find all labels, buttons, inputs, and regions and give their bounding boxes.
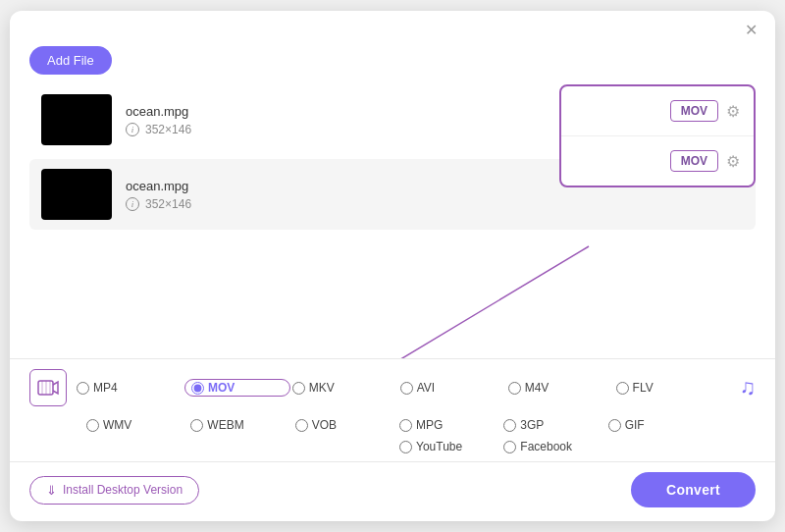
radio-label-mp4: MP4 <box>93 381 118 395</box>
radio-mp4[interactable]: MP4 <box>77 379 183 397</box>
toolbar: Add File <box>10 46 775 84</box>
radio-label-mpg: MPG <box>416 418 443 432</box>
radio-youtube[interactable]: YouTube <box>399 440 501 453</box>
format-badge-1[interactable]: MOV <box>670 100 718 122</box>
format-grid-row2: WMV WEBM VOB MPG 3GP GIF <box>67 416 775 440</box>
radio-3gp[interactable]: 3GP <box>503 418 605 432</box>
download-icon: ⇓ <box>46 483 57 498</box>
install-desktop-button[interactable]: ⇓ Install Desktop Version <box>29 476 199 505</box>
radio-wmv[interactable]: WMV <box>86 418 188 432</box>
radio-gif[interactable]: GIF <box>608 418 710 432</box>
file-meta: i 352×146 <box>126 197 744 211</box>
radio-label-gif: GIF <box>625 418 645 432</box>
radio-webm[interactable]: WEBM <box>190 418 292 432</box>
gear-icon-2[interactable]: ⚙ <box>726 152 740 171</box>
convert-button[interactable]: Convert <box>631 472 756 507</box>
radio-label-youtube: YouTube <box>416 440 462 453</box>
title-bar: ✕ <box>10 11 775 46</box>
add-file-button[interactable]: Add File <box>29 46 112 75</box>
format-badge-2[interactable]: MOV <box>670 150 718 172</box>
info-icon: i <box>126 123 139 136</box>
install-label: Install Desktop Version <box>63 483 183 497</box>
radio-label-facebook: Facebook <box>520 440 572 453</box>
radio-mpg[interactable]: MPG <box>399 418 501 432</box>
radio-mkv[interactable]: MKV <box>292 379 398 397</box>
format-grid: MP4 MOV MKV AVI M4V FLV <box>77 379 722 397</box>
radio-label-m4v: M4V <box>525 381 550 395</box>
music-icon[interactable]: ♫ <box>740 375 757 400</box>
file-list: ocean.mpg i 352×146 ocean.mpg i 352×146 … <box>10 84 775 358</box>
radio-label-vob: VOB <box>312 418 337 432</box>
svg-line-0 <box>221 246 589 358</box>
radio-m4v[interactable]: M4V <box>508 379 614 397</box>
radio-mov[interactable]: MOV <box>184 379 290 397</box>
radio-vob[interactable]: VOB <box>295 418 397 432</box>
radio-label-3gp: 3GP <box>520 418 544 432</box>
radio-label-webm: WEBM <box>207 418 243 432</box>
radio-label-mkv: MKV <box>309 381 335 395</box>
close-button[interactable]: ✕ <box>741 21 761 40</box>
format-row-1: MOV ⚙ <box>561 86 754 136</box>
format-panel: MOV ⚙ MOV ⚙ <box>559 84 756 187</box>
file-dimensions: 352×146 <box>145 197 191 211</box>
radio-label-avi: AVI <box>417 381 435 395</box>
file-thumbnail <box>41 94 112 145</box>
video-icon <box>37 377 59 399</box>
format-row-2: MOV ⚙ <box>561 136 754 186</box>
radio-avi[interactable]: AVI <box>400 379 506 397</box>
format-icon <box>29 369 67 406</box>
footer: ⇓ Install Desktop Version Convert <box>10 462 775 521</box>
format-select-area: MP4 MOV MKV AVI M4V FLV <box>10 358 775 416</box>
info-icon: i <box>126 197 139 211</box>
gear-icon-1[interactable]: ⚙ <box>726 102 740 121</box>
radio-label-mov: MOV <box>208 381 235 395</box>
format-grid-row3: YouTube Facebook <box>67 440 775 461</box>
radio-facebook[interactable]: Facebook <box>503 440 710 453</box>
radio-label-wmv: WMV <box>103 418 131 432</box>
radio-flv[interactable]: FLV <box>616 379 722 397</box>
file-thumbnail <box>41 169 112 220</box>
main-window: ✕ Add File ocean.mpg i 352×146 ocean.mpg <box>10 11 775 521</box>
radio-label-flv: FLV <box>633 381 654 395</box>
file-dimensions: 352×146 <box>145 123 191 136</box>
